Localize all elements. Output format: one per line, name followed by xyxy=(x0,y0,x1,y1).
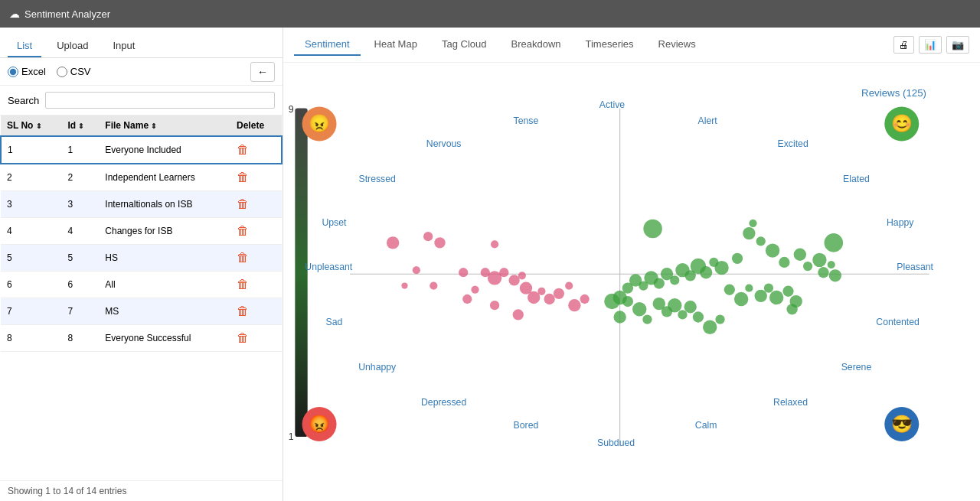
green-dot xyxy=(678,310,687,319)
pink-dot xyxy=(554,288,564,299)
happy-face-icon: 😊 xyxy=(891,113,913,134)
label-subdued: Subdued xyxy=(597,438,635,448)
export-button[interactable]: 📊 xyxy=(919,36,942,54)
screenshot-button[interactable]: 📷 xyxy=(946,36,969,54)
tab-tagcloud[interactable]: Tag Cloud xyxy=(431,34,498,56)
cell-delete: 🗑 xyxy=(230,325,282,352)
delete-button[interactable]: 🗑 xyxy=(237,171,249,184)
csv-label: CSV xyxy=(70,66,91,77)
pink-dot xyxy=(413,266,420,274)
cell-filename: HS xyxy=(99,245,230,272)
green-dot xyxy=(794,249,806,261)
table-row[interactable]: 2 2 Independent Learners 🗑 xyxy=(1,164,282,191)
label-depressed: Depressed xyxy=(421,397,466,408)
table-row[interactable]: 8 8 Everyone Successful 🗑 xyxy=(1,325,282,352)
cell-filename: Internaltionals on ISB xyxy=(99,191,230,218)
delete-button[interactable]: 🗑 xyxy=(237,304,249,318)
tab-breakdown[interactable]: Breakdown xyxy=(500,34,571,56)
delete-button[interactable]: 🗑 xyxy=(237,278,249,291)
tab-timeseries[interactable]: Timeseries xyxy=(575,34,645,56)
search-label: Search xyxy=(8,95,39,106)
delete-button[interactable]: 🗑 xyxy=(237,251,249,265)
green-dot xyxy=(632,302,646,316)
green-dot xyxy=(782,286,793,297)
pink-dot xyxy=(537,288,545,295)
cell-id: 1 xyxy=(61,136,99,164)
search-row: Search xyxy=(0,86,283,115)
label-stressed: Stressed xyxy=(359,174,397,184)
pink-dot xyxy=(499,268,508,277)
pink-dot xyxy=(387,236,399,249)
cell-filename: Everyone Included xyxy=(99,136,230,164)
scale-max: 9 xyxy=(289,104,294,115)
table-row[interactable]: 1 1 Everyone Included 🗑 xyxy=(1,136,282,164)
search-input[interactable] xyxy=(45,92,275,109)
tab-list[interactable]: List xyxy=(8,35,41,57)
radio-group: Excel CSV xyxy=(8,66,91,77)
table-footer: Showing 1 to 14 of 14 entries xyxy=(0,480,283,501)
table-row[interactable]: 4 4 Changes for ISB 🗑 xyxy=(1,218,282,245)
cell-slno: 6 xyxy=(1,272,61,298)
tab-reviews[interactable]: Reviews xyxy=(648,34,707,56)
green-dot xyxy=(825,233,844,252)
tab-heatmap[interactable]: Heat Map xyxy=(364,34,428,56)
delete-button[interactable]: 🗑 xyxy=(237,143,249,157)
cell-slno: 3 xyxy=(1,191,61,218)
back-button[interactable]: ← xyxy=(250,62,275,82)
cell-delete: 🗑 xyxy=(230,272,282,298)
delete-button[interactable]: 🗑 xyxy=(237,224,249,238)
green-dot xyxy=(779,257,789,268)
radio-csv[interactable]: CSV xyxy=(57,66,91,77)
label-excited: Excited xyxy=(778,138,808,149)
cell-id: 7 xyxy=(61,298,99,325)
table-row[interactable]: 5 5 HS 🗑 xyxy=(1,245,282,272)
cell-id: 6 xyxy=(61,272,99,298)
cell-delete: 🗑 xyxy=(230,191,282,218)
print-button[interactable]: 🖨 xyxy=(893,36,914,54)
app-title: Sentiment Analyzer xyxy=(24,8,110,20)
green-dot xyxy=(764,284,773,293)
pink-dot xyxy=(568,299,580,311)
cell-delete: 🗑 xyxy=(230,298,282,325)
cell-delete: 🗑 xyxy=(230,218,282,245)
pink-dot xyxy=(580,294,590,304)
radio-excel[interactable]: Excel xyxy=(8,66,46,77)
green-dot xyxy=(661,268,673,280)
table-container: SL No ⇕ Id ⇕ File Name ⇕ Delete 1 1 Ever… xyxy=(0,115,283,480)
reviews-count-label: Reviews (125) xyxy=(861,87,926,99)
cell-delete: 🗑 xyxy=(230,245,282,272)
cell-filename: MS xyxy=(99,298,230,325)
table-row[interactable]: 3 3 Internaltionals on ISB 🗑 xyxy=(1,191,282,218)
tab-upload[interactable]: Upload xyxy=(47,35,97,57)
green-dot xyxy=(756,236,766,246)
scale-min: 1 xyxy=(289,431,294,442)
green-dot xyxy=(668,298,681,312)
cell-filename: Changes for ISB xyxy=(99,218,230,245)
cell-slno: 5 xyxy=(1,245,61,272)
cell-slno: 7 xyxy=(1,298,61,325)
label-calm: Calm xyxy=(695,420,717,431)
csv-radio[interactable] xyxy=(57,67,67,77)
green-dot xyxy=(732,253,743,264)
label-pleasant: Pleasant xyxy=(897,262,933,272)
green-dot xyxy=(745,285,753,292)
cell-delete: 🗑 xyxy=(230,164,282,191)
table-row[interactable]: 6 6 All 🗑 xyxy=(1,272,282,298)
delete-button[interactable]: 🗑 xyxy=(237,197,249,211)
pink-dot xyxy=(544,294,554,304)
table-row[interactable]: 7 7 MS 🗑 xyxy=(1,298,282,325)
cell-slno: 1 xyxy=(1,136,61,164)
green-dot xyxy=(724,285,735,295)
tab-sentiment[interactable]: Sentiment xyxy=(294,34,361,56)
green-dot xyxy=(766,243,779,257)
cell-filename: Independent Learners xyxy=(99,164,230,191)
pink-dot xyxy=(513,309,524,320)
tab-input[interactable]: Input xyxy=(103,35,144,57)
svg-rect-0 xyxy=(295,109,307,437)
pink-dot xyxy=(401,283,407,289)
cell-slno: 2 xyxy=(1,164,61,191)
green-dot xyxy=(675,263,689,277)
delete-button[interactable]: 🗑 xyxy=(237,331,249,345)
angry-face-bottom: 😡 xyxy=(309,414,331,434)
excel-radio[interactable] xyxy=(8,67,18,77)
